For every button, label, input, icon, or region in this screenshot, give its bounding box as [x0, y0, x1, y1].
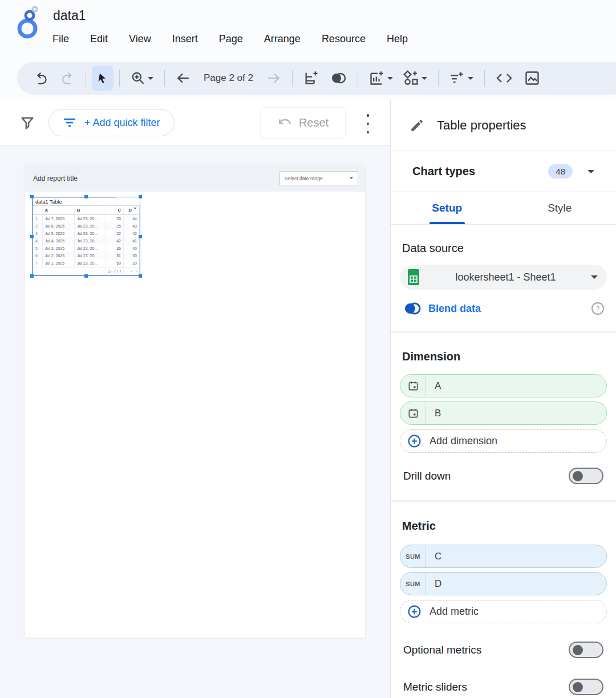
menu-help[interactable]: Help	[387, 33, 408, 45]
add-circle-icon	[407, 434, 422, 448]
optional-metrics-label: Optional metrics	[403, 644, 569, 656]
row-number-cell: 7	[33, 259, 43, 267]
next-page-button[interactable]	[261, 66, 286, 91]
section-divider	[391, 500, 616, 502]
cell-d: 44	[123, 215, 139, 223]
report-title-placeholder[interactable]: Add report title	[33, 174, 78, 182]
metric-field-c[interactable]: SUM C	[400, 545, 607, 568]
select-tool-button[interactable]	[92, 66, 114, 91]
data-source-selector[interactable]: lookersheet1 - Sheet1	[400, 265, 607, 290]
cell-d: 40	[123, 245, 139, 252]
menu-file[interactable]: File	[52, 33, 69, 45]
embed-code-button[interactable]	[491, 66, 518, 91]
chart-types-row[interactable]: Chart types 48	[391, 151, 616, 192]
aggregation-label[interactable]: SUM	[400, 573, 426, 595]
zoom-dropdown-caret[interactable]	[148, 77, 153, 83]
data-source-heading: Data source	[402, 242, 605, 255]
pagination-controls[interactable]: ‹ ›	[123, 267, 139, 275]
table-chart-element[interactable]: data1 Table A B C D 1 Jul 7, 2025 Jul 23…	[33, 197, 140, 275]
pagination-next-icon[interactable]: ›	[136, 269, 137, 273]
undo-button[interactable]	[30, 66, 55, 91]
cell-c: 25	[106, 222, 124, 230]
reset-button[interactable]: Reset	[260, 107, 346, 139]
community-viz-dropdown-caret[interactable]	[422, 77, 427, 83]
metric-field-label: D	[426, 578, 441, 590]
chart-types-count-badge: 48	[548, 164, 573, 178]
column-header-a[interactable]: A	[42, 206, 74, 215]
page-indicator[interactable]: Page 2 of 2	[204, 72, 253, 84]
selection-handle[interactable]	[84, 274, 88, 278]
add-control-dropdown-caret[interactable]	[468, 77, 473, 83]
date-range-caret-icon	[350, 177, 353, 181]
add-community-visualization-button[interactable]	[398, 66, 432, 91]
menu-arrange[interactable]: Arrange	[264, 33, 301, 45]
cell-d: 42	[123, 230, 139, 237]
dimension-field-label: A	[426, 380, 441, 392]
selection-handle[interactable]	[139, 195, 142, 198]
menu-view[interactable]: View	[129, 33, 151, 45]
cell-d: 43	[123, 222, 139, 230]
zoom-tool-button[interactable]	[125, 66, 159, 91]
menu-insert[interactable]: Insert	[172, 33, 198, 45]
chart-types-expand-icon[interactable]	[587, 170, 594, 177]
selection-handle[interactable]	[30, 195, 34, 198]
help-icon[interactable]: ?	[591, 302, 605, 315]
table-row: 7 Jul 1, 2025 Jul 23, 20... 50 20	[33, 259, 140, 267]
report-table[interactable]: A B C D 1 Jul 7, 2025 Jul 23, 20... 33 4…	[33, 205, 140, 275]
dimension-field-a[interactable]: A	[400, 374, 607, 397]
redo-button[interactable]	[55, 66, 80, 91]
cell-a: Jul 5, 2025	[42, 230, 74, 237]
add-chart-dropdown-caret[interactable]	[387, 77, 393, 83]
pagination-prev-icon[interactable]: ‹	[131, 269, 132, 273]
add-image-button[interactable]	[519, 66, 545, 91]
data-source-caret-icon[interactable]	[591, 275, 598, 282]
report-page[interactable]: Add report title Select date range data1…	[25, 165, 365, 638]
toolbar-separator	[292, 70, 293, 87]
table-row: 5 Jul 3, 2025 Jul 23, 20... 36 40	[33, 245, 140, 252]
cell-c: 36	[106, 245, 124, 252]
drill-down-label: Drill down	[403, 470, 569, 482]
add-chart-button[interactable]	[364, 66, 398, 91]
add-control-button[interactable]	[444, 66, 479, 91]
google-sheets-icon	[407, 269, 420, 286]
column-header-d[interactable]: D	[123, 206, 139, 215]
add-dimension-button[interactable]: Add dimension	[400, 429, 607, 453]
tab-setup[interactable]: Setup	[391, 192, 504, 224]
add-page-button[interactable]	[298, 66, 325, 91]
tab-style[interactable]: Style	[504, 192, 616, 224]
metric-field-d[interactable]: SUM D	[400, 572, 607, 595]
document-title[interactable]: data1	[53, 8, 86, 23]
more-options-button[interactable]	[363, 114, 372, 133]
drill-down-toggle[interactable]	[569, 468, 603, 484]
table-chart-title[interactable]: data1 Table	[33, 197, 116, 205]
blend-data-button[interactable]	[325, 66, 352, 91]
date-range-control[interactable]: Select date range	[279, 171, 358, 185]
selection-handle[interactable]	[139, 235, 142, 238]
previous-page-button[interactable]	[171, 66, 196, 91]
selection-handle[interactable]	[139, 274, 142, 278]
selection-handle[interactable]	[84, 195, 88, 198]
cell-b: Jul 23, 20...	[74, 259, 105, 267]
toolbar-separator	[164, 70, 165, 87]
report-canvas[interactable]: Add report title Select date range data1…	[0, 146, 390, 698]
add-metric-button[interactable]: Add metric	[400, 600, 607, 623]
selection-handle[interactable]	[30, 274, 34, 278]
table-row: 2 Jul 6, 2025 Jul 23, 20... 25 43	[33, 222, 140, 230]
selection-handle[interactable]	[30, 235, 34, 238]
aggregation-label[interactable]: SUM	[400, 545, 426, 567]
blend-icon	[403, 302, 422, 315]
panel-tabs: Setup Style	[391, 192, 616, 225]
menu-edit[interactable]: Edit	[90, 33, 108, 45]
optional-metrics-toggle[interactable]	[569, 642, 603, 658]
row-number-cell: 3	[33, 230, 43, 237]
menu-resource[interactable]: Resource	[322, 33, 366, 45]
column-header-b[interactable]: B	[74, 206, 105, 215]
menu-page[interactable]: Page	[219, 33, 243, 45]
dimension-field-b[interactable]: B	[400, 401, 607, 425]
metric-sliders-toggle[interactable]	[569, 679, 603, 695]
column-header-c[interactable]: C	[106, 206, 124, 215]
add-quick-filter-button[interactable]: + Add quick filter	[48, 109, 175, 136]
filter-funnel-icon[interactable]	[19, 115, 35, 131]
looker-studio-logo-icon[interactable]	[15, 6, 42, 40]
blend-data-link[interactable]: Blend data	[428, 303, 584, 315]
